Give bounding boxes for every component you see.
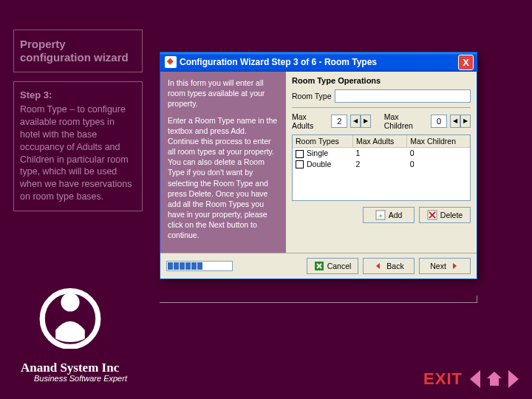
form-pane: Room Type Operations Room Type Max Adult…: [286, 72, 477, 253]
add-button[interactable]: ＋ Add: [363, 207, 415, 223]
config-wizard-window: Configuration Wizard Step 3 of 6 - Room …: [160, 52, 477, 279]
close-icon[interactable]: X: [458, 55, 474, 70]
svg-point-1: [61, 293, 79, 311]
svg-text:＋: ＋: [377, 211, 384, 219]
footer: Anand System Inc Business Software Exper…: [21, 361, 127, 383]
max-children-label: Max Children: [384, 112, 428, 130]
add-icon: ＋: [375, 210, 386, 220]
svg-marker-11: [453, 263, 457, 269]
children-increment-icon[interactable]: ▶: [460, 115, 471, 128]
checkbox-icon[interactable]: [296, 160, 304, 168]
nav-prev-icon[interactable]: [470, 370, 480, 388]
wizard-title-box: Property configuration wizard: [13, 30, 143, 72]
room-types-table[interactable]: Room Types Max Adults Max Children Singl…: [292, 134, 471, 201]
help-pane: In this form you will enter all room typ…: [160, 72, 286, 253]
col-max-children[interactable]: Max Children: [407, 135, 470, 148]
company-logo-icon: [37, 282, 103, 349]
svg-marker-10: [376, 263, 380, 269]
cancel-icon: [314, 261, 324, 271]
max-children-input[interactable]: [431, 115, 447, 128]
table-row[interactable]: Double 2 0: [293, 159, 470, 170]
step-description-box: Step 3: Room Type – to configure availab…: [13, 81, 143, 211]
children-decrement-icon[interactable]: ◀: [450, 115, 460, 128]
step-body: Room Type – to configure available room …: [20, 103, 136, 203]
company-name: Anand System Inc: [21, 361, 127, 375]
back-icon: [373, 261, 383, 271]
window-app-icon: [165, 56, 177, 68]
delete-icon: [427, 210, 437, 220]
separator: [292, 107, 471, 108]
exit-button[interactable]: EXIT: [423, 369, 463, 389]
checkbox-icon[interactable]: [296, 150, 304, 158]
section-heading: Room Type Operations: [292, 76, 471, 85]
next-button[interactable]: Next: [419, 258, 471, 274]
progress-bar: [166, 261, 233, 271]
adults-decrement-icon[interactable]: ◀: [350, 115, 361, 128]
window-title: Configuration Wizard Step 3 of 6 - Room …: [180, 57, 458, 67]
app-shadow-line: [160, 296, 477, 303]
col-max-adults[interactable]: Max Adults: [353, 135, 407, 148]
max-adults-input[interactable]: [331, 115, 347, 128]
back-button[interactable]: Back: [363, 258, 415, 274]
cancel-button[interactable]: Cancel: [307, 258, 358, 274]
window-footer: Cancel Back Next: [160, 253, 477, 279]
room-type-label: Room Type: [292, 92, 332, 100]
nav-home-icon[interactable]: [485, 370, 503, 388]
window-titlebar[interactable]: Configuration Wizard Step 3 of 6 - Room …: [160, 52, 477, 72]
adults-increment-icon[interactable]: ▶: [361, 115, 371, 128]
help-text-2: Enter a Room Type name in the textbox an…: [168, 115, 279, 241]
col-room-types[interactable]: Room Types: [293, 135, 353, 148]
wizard-title: Property configuration wizard: [20, 38, 136, 64]
step-label: Step 3:: [20, 89, 136, 100]
delete-button[interactable]: Delete: [419, 207, 471, 223]
left-panel: Property configuration wizard Step 3: Ro…: [13, 30, 143, 211]
company-tagline: Business Software Expert: [21, 374, 127, 383]
nav-next-icon[interactable]: [508, 370, 519, 388]
max-adults-label: Max Adults: [292, 112, 328, 130]
next-icon: [449, 261, 460, 271]
room-type-input[interactable]: [335, 89, 471, 103]
bottom-nav: EXIT: [423, 369, 519, 389]
table-row[interactable]: Single 1 0: [293, 148, 470, 159]
help-text-1: In this form you will enter all room typ…: [168, 78, 279, 109]
